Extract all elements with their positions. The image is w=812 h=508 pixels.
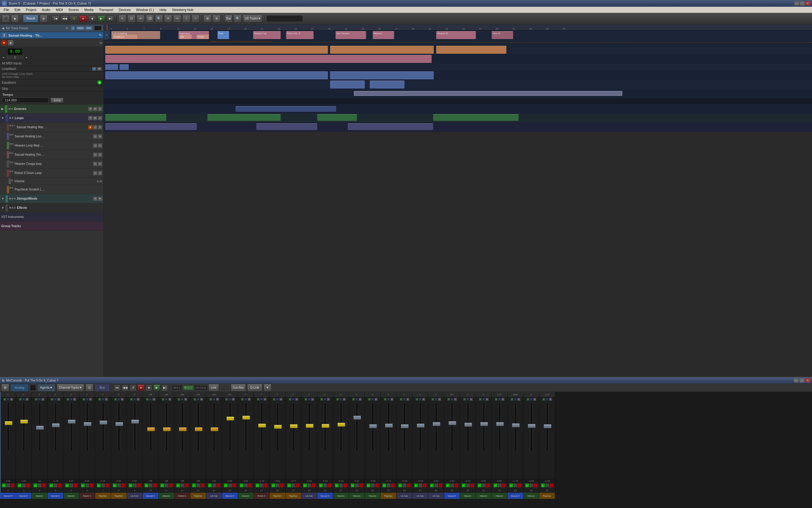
ch16-btn-e[interactable]: e xyxy=(240,483,243,487)
ch12-btn-g[interactable] xyxy=(181,483,184,487)
tool-snap[interactable]: ⊞ xyxy=(203,15,211,23)
ch33-btn-e[interactable]: e xyxy=(510,483,513,487)
ch3-green[interactable]: e xyxy=(34,483,37,487)
ch29-btn-e[interactable]: e xyxy=(446,483,449,487)
ch26-btn-e[interactable]: e xyxy=(398,483,402,487)
ch24-fader-handle[interactable] xyxy=(369,424,377,428)
ch26-label[interactable]: LA Coa xyxy=(396,493,413,499)
ch8-m[interactable]: M xyxy=(114,398,117,401)
track-row-strings[interactable]: ▼ M S S Strings/Winds ↺ fx xyxy=(0,194,103,203)
ch29-label[interactable]: Saxual H xyxy=(444,493,460,499)
ch15-btn-g[interactable] xyxy=(228,483,232,487)
ch5-m2[interactable]: M xyxy=(73,398,76,401)
ch21-label[interactable]: Saxual H xyxy=(317,493,333,499)
ch23-s[interactable]: S xyxy=(355,398,359,401)
mix-r-btn[interactable]: R xyxy=(185,386,187,389)
track-row-saxual-mar[interactable]: M S S Saxual Healing Mar... ● ◎ A xyxy=(0,123,103,132)
mix-a-btn[interactable]: A xyxy=(190,386,192,389)
ch31-s[interactable]: S xyxy=(482,398,485,401)
ch21-s[interactable]: S xyxy=(324,398,327,401)
ch33-routing[interactable]: R88 xyxy=(508,392,523,397)
btn-e2[interactable]: e xyxy=(98,116,102,120)
ch23-routing[interactable]: C xyxy=(349,392,365,397)
block-blue-long1[interactable] xyxy=(105,72,328,79)
ch26-btn-r[interactable] xyxy=(407,483,411,487)
ch20-routing[interactable]: C xyxy=(301,392,317,397)
agents-btn[interactable]: Agents ▼ xyxy=(37,384,55,392)
ch33-btn-g[interactable] xyxy=(514,483,517,487)
quantize-value[interactable]: 1/8 Triplet ▼ xyxy=(243,15,262,23)
ch15-fader-handle[interactable] xyxy=(226,416,234,421)
ch22-s[interactable]: S xyxy=(339,398,342,401)
ch25-m2[interactable]: M xyxy=(390,398,393,401)
ch31-m[interactable]: M xyxy=(479,398,482,401)
ch20-s[interactable]: S xyxy=(308,398,311,401)
track-row-heaven-loop[interactable]: M S Heaven Loop Map ... ◎ A xyxy=(0,141,103,150)
ch5-fader-handle[interactable] xyxy=(68,419,76,424)
ch19-btn-g[interactable] xyxy=(292,483,295,487)
ch4-routing[interactable]: C xyxy=(48,392,63,397)
ch30-btn-r[interactable] xyxy=(470,483,474,487)
ch22-m2[interactable]: M xyxy=(343,398,346,401)
ch14-m2[interactable]: M xyxy=(216,398,219,401)
ch29-fader-handle[interactable] xyxy=(448,421,456,425)
mixer-maximize[interactable]: □ xyxy=(800,378,804,383)
ch35-s[interactable]: S xyxy=(546,398,549,401)
ch2-label[interactable]: Saxual H xyxy=(16,493,32,499)
ch18-m[interactable]: M xyxy=(273,398,276,401)
ch5-btn-r[interactable] xyxy=(74,483,78,487)
ch24-btn-r[interactable] xyxy=(375,483,379,487)
ch15-m[interactable]: M xyxy=(225,398,228,401)
ch25-btn-e[interactable]: e xyxy=(383,483,386,487)
track-row-saxual-tim[interactable]: M S Saxual Healing Tim... ◎ A xyxy=(0,150,103,159)
ch34-btn-r[interactable] xyxy=(534,483,537,487)
ch6-m2[interactable]: M xyxy=(89,398,92,401)
btn-a[interactable]: A xyxy=(98,134,102,139)
ch1-label[interactable]: Saxual H xyxy=(0,493,16,499)
ch32-btn-g[interactable] xyxy=(498,483,501,487)
mixer-grid-btn[interactable]: ⊡ xyxy=(85,384,93,392)
btn-r3[interactable]: ◎ xyxy=(93,153,97,157)
ch28-m2[interactable]: M xyxy=(438,398,441,401)
tool-select[interactable]: ↖ xyxy=(118,15,126,23)
ch9-m2[interactable]: M xyxy=(137,398,140,401)
ch29-s[interactable]: S xyxy=(450,398,453,401)
tool-erase[interactable]: ⌫ xyxy=(146,15,154,23)
ch21-m[interactable]: M xyxy=(320,398,323,401)
ch2-m2[interactable]: M xyxy=(26,398,29,401)
ch26-m[interactable]: M xyxy=(399,398,403,401)
mix-i-btn[interactable]: I xyxy=(196,386,197,389)
ch16-btn-r[interactable] xyxy=(248,483,252,487)
toolbar-icon2[interactable]: ◉ xyxy=(11,15,19,23)
mixer-close[interactable]: ✕ xyxy=(805,378,810,383)
block-strings2[interactable] xyxy=(207,114,281,121)
ch18-btn-e[interactable]: e xyxy=(272,483,275,487)
mix-back[interactable]: ◀◀ xyxy=(122,384,129,391)
ch29-btn-g[interactable] xyxy=(450,483,454,487)
ch3-routing[interactable]: C xyxy=(32,392,47,397)
ch2-m[interactable]: M xyxy=(19,398,22,401)
qlink-btn[interactable]: Q-Link xyxy=(247,384,262,392)
ch20-m[interactable]: M xyxy=(304,398,307,401)
ch32-fader-handle[interactable] xyxy=(496,422,504,426)
ch27-btn-r[interactable] xyxy=(423,483,426,487)
mix-cs-btn[interactable]: CS xyxy=(199,386,203,389)
btn-fx2[interactable]: fx xyxy=(93,116,97,120)
track-expand-strings[interactable]: ▼ xyxy=(1,197,4,200)
ch18-routing[interactable]: C xyxy=(270,392,285,397)
ch14-btn-e[interactable]: e xyxy=(208,483,212,487)
ch26-routing[interactable]: C xyxy=(396,392,412,397)
track-row-vst[interactable]: VST Instruments xyxy=(0,212,103,222)
ch19-routing[interactable]: C xyxy=(286,392,301,397)
mixer-search[interactable] xyxy=(30,385,36,391)
track-expand-grooves[interactable]: ▶ xyxy=(1,107,4,111)
channel-types-btn[interactable]: Channel Types ▼ xyxy=(57,384,84,392)
ch24-m[interactable]: M xyxy=(368,398,371,401)
ch5-routing[interactable]: C xyxy=(63,392,79,397)
track-edit-btn[interactable]: ✎ xyxy=(99,33,102,37)
mix-s[interactable]: S xyxy=(177,386,179,389)
ch13-m2[interactable]: M xyxy=(200,398,203,401)
ch23-fader-handle[interactable] xyxy=(353,416,361,420)
ch10-m2[interactable]: M xyxy=(152,398,155,401)
mix-record[interactable]: ● xyxy=(138,384,144,391)
